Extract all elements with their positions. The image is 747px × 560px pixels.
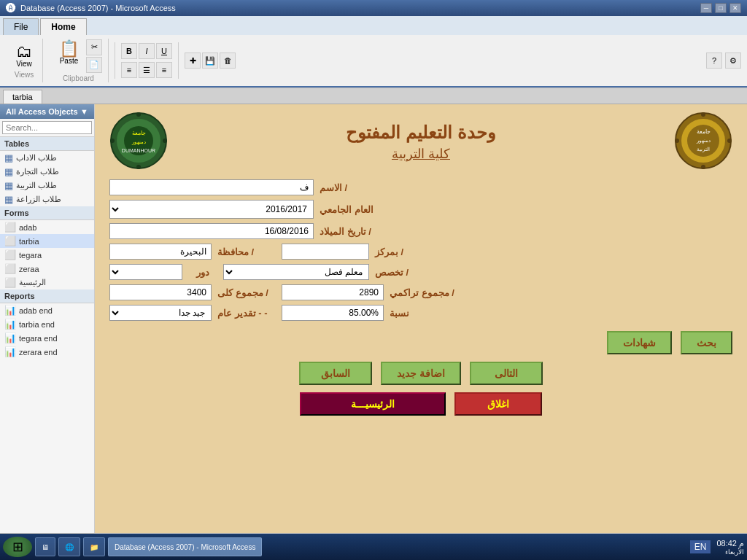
view-btn[interactable]: 🗂 View: [12, 42, 36, 69]
total-input[interactable]: [109, 284, 212, 300]
tab-file[interactable]: File: [3, 18, 39, 35]
svg-text:جامعة: جامعة: [132, 130, 146, 136]
nav-item-tarbia-report[interactable]: 📊 tarbia end: [0, 317, 94, 331]
nav-item-tegara-table[interactable]: ▦ طلاب التجارة: [0, 165, 94, 179]
report-icon: 📊: [4, 305, 16, 316]
year-select-wrapper: 2016/2017 2015/2016 2017/2018: [109, 200, 314, 219]
nav-item-zeraa-form[interactable]: ⬜ zeraa: [0, 262, 94, 276]
new-record-btn[interactable]: ✚: [185, 52, 201, 69]
nav-pane: All Access Objects ▼ Tables ▦ طلاب الادا…: [0, 104, 95, 533]
underline-btn[interactable]: U: [156, 43, 172, 59]
next-button[interactable]: التالى: [470, 362, 543, 385]
nav-item-tarbia-form[interactable]: ⬜ tarbia: [0, 234, 94, 248]
align-right-btn[interactable]: ≡: [156, 62, 172, 78]
taskbar-access-label: Database (Access 2007) - Microsoft Acces…: [115, 543, 255, 551]
nav-item-tarbia-table[interactable]: ▦ طلاب التربية: [0, 179, 94, 192]
ribbon-group-views: 🗂 View Views: [6, 39, 43, 82]
nav-section-tables: Tables: [0, 137, 94, 151]
svg-text:جامعة: جامعة: [697, 128, 711, 135]
gov-center-row: / بمركز / محافظة: [109, 244, 732, 260]
close-btn[interactable]: ✕: [729, 3, 741, 13]
settings-btn[interactable]: ⚙: [725, 52, 741, 69]
nav-report-label-tarbia: tarbia end: [19, 320, 55, 329]
nav-item-label-4: طلاب الزراعة: [16, 195, 61, 204]
center-label: / بمركز: [375, 246, 448, 257]
action-btns-row1: بحث شهادات: [109, 331, 732, 354]
svg-text:دمنهور: دمنهور: [131, 139, 146, 145]
nav-item-adab-form[interactable]: ⬜ adab: [0, 220, 94, 234]
close-button[interactable]: اغلاق: [454, 392, 542, 416]
center-input[interactable]: [282, 244, 369, 260]
cumulative-input[interactable]: [282, 284, 384, 300]
svg-point-18: [110, 139, 115, 143]
align-center-btn[interactable]: ☰: [139, 62, 155, 78]
year-select[interactable]: 2016/2017 2015/2016 2017/2018: [109, 200, 314, 219]
taskbar-ie[interactable]: 🌐: [58, 537, 80, 556]
format-btns: B I U ≡ ☰ ≡: [121, 43, 172, 78]
taskbar-folder[interactable]: 📁: [83, 537, 105, 556]
ribbon: File Home 🗂 View Views 📋 Paste ✂ 📄 Clipb: [0, 16, 747, 88]
home-button[interactable]: الرئيسيـــة: [300, 392, 446, 416]
birthdate-row: / تاريخ الميلاد: [109, 223, 732, 239]
add-new-button[interactable]: اضافة جديد: [381, 362, 461, 385]
copy-btn[interactable]: 📄: [86, 57, 102, 73]
total-label: / مجموع كلى: [217, 287, 276, 298]
align-left-btn[interactable]: ≡: [121, 62, 137, 78]
previous-button[interactable]: السابق: [299, 362, 372, 385]
title-main: وحدة التعليم المفتوح: [168, 122, 674, 143]
nav-item-adab-report[interactable]: 📊 adab end: [0, 303, 94, 317]
nav-chevron-icon[interactable]: ▼: [80, 107, 88, 116]
taskbar-explorer[interactable]: 🖥: [35, 537, 55, 556]
taskbar-access[interactable]: Database (Access 2007) - Microsoft Acces…: [108, 537, 262, 556]
certificates-button[interactable]: شهادات: [607, 331, 672, 354]
tab-home[interactable]: Home: [40, 18, 86, 35]
delete-record-btn[interactable]: 🗑: [220, 52, 236, 69]
minimize-btn[interactable]: ─: [700, 3, 712, 13]
paste-btn[interactable]: 📋 Paste: [55, 39, 83, 73]
ribbon-divider: [115, 42, 115, 79]
birthdate-input[interactable]: [109, 223, 314, 239]
cut-btn[interactable]: ✂: [86, 39, 102, 55]
svg-point-8: [675, 139, 679, 143]
percentage-input[interactable]: [282, 305, 384, 321]
form-header: جامعة دمنهور التربية وحدة التعليم المفتو…: [109, 112, 732, 172]
nav-item-home-form[interactable]: ⬜ الرئيسية: [0, 276, 94, 289]
gov-input[interactable]: [109, 244, 212, 260]
nav-item-adab-table[interactable]: ▦ طلاب الاداب: [0, 151, 94, 165]
right-ribbon-btns: ? ⚙: [706, 52, 741, 69]
app-icon: 🅐: [6, 2, 16, 14]
nav-item-tegara-form[interactable]: ⬜ tegara: [0, 248, 94, 262]
role-select[interactable]: دور أول دور ثاني: [109, 264, 182, 280]
svg-text:DUMANHOUR: DUMANHOUR: [122, 148, 155, 153]
nav-item-label-3: طلاب التربية: [16, 181, 57, 190]
specialization-select[interactable]: معلم فصل تربية بدنية: [223, 264, 369, 280]
bold-btn[interactable]: B: [121, 43, 137, 59]
svg-point-9: [727, 139, 732, 143]
nav-form-label-zeraa: zeraa: [19, 265, 39, 273]
table-icon-2: ▦: [4, 166, 13, 177]
year-label: العام الجامعي: [320, 204, 392, 215]
table-icon-3: ▦: [4, 180, 13, 191]
taskbar-right: EN 08:42 م الأربعاء: [690, 539, 744, 556]
form-icon-3: ⬜: [4, 249, 16, 260]
start-button[interactable]: ⊞: [3, 537, 32, 557]
help-btn[interactable]: ?: [706, 52, 722, 69]
view-label: View: [16, 60, 32, 68]
doc-tab-tarbia[interactable]: tarbia: [3, 90, 42, 104]
italic-btn[interactable]: I: [139, 43, 155, 59]
role-label: دور: [188, 267, 217, 278]
views-group-label: Views: [15, 71, 34, 79]
form-icon-5: ⬜: [4, 277, 16, 288]
search-input[interactable]: [2, 121, 92, 134]
maximize-btn[interactable]: □: [715, 3, 727, 13]
nav-item-zerara-report[interactable]: 📊 zerara end: [0, 345, 94, 359]
grade-select[interactable]: جيد جدا ممتاز جيد مقبول: [109, 305, 212, 321]
logo-right: جامعة دمنهور DUMANHOUR: [109, 112, 168, 172]
report-icon-2: 📊: [4, 319, 16, 330]
nav-item-zeraa-table[interactable]: ▦ طلاب الزراعة: [0, 192, 94, 206]
name-input[interactable]: [109, 179, 314, 195]
nav-item-tegara-report[interactable]: 📊 tegara end: [0, 331, 94, 345]
title-bar-controls: ─ □ ✕: [700, 3, 741, 13]
save-record-btn[interactable]: 💾: [202, 52, 218, 69]
search-button[interactable]: بحث: [681, 331, 732, 354]
